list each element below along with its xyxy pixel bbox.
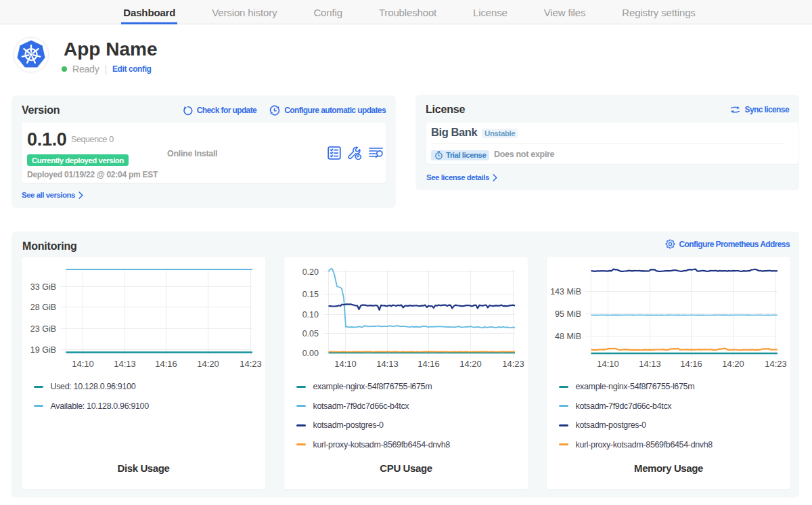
svg-text:14:20: 14:20	[459, 359, 482, 369]
svg-text:0.15: 0.15	[302, 290, 319, 299]
svg-text:0.00: 0.00	[302, 349, 319, 358]
svg-text:48 MiB: 48 MiB	[555, 332, 581, 341]
svg-text:14:20: 14:20	[722, 359, 744, 369]
svg-text:14:10: 14:10	[597, 359, 619, 369]
svg-text:14:16: 14:16	[680, 359, 702, 369]
svg-text:0.10: 0.10	[302, 310, 319, 320]
svg-text:28 GiB: 28 GiB	[30, 303, 56, 312]
svg-text:143 MiB: 143 MiB	[550, 287, 581, 297]
svg-text:14:10: 14:10	[72, 359, 94, 369]
svg-text:14:23: 14:23	[765, 359, 787, 369]
svg-text:23 GiB: 23 GiB	[30, 324, 56, 334]
svg-text:14:16: 14:16	[418, 359, 440, 369]
svg-text:14:23: 14:23	[502, 359, 524, 369]
svg-text:14:23: 14:23	[240, 359, 262, 369]
svg-text:95 MiB: 95 MiB	[555, 309, 581, 319]
svg-text:14:20: 14:20	[197, 359, 219, 369]
svg-text:14:16: 14:16	[155, 359, 177, 369]
svg-text:19 GiB: 19 GiB	[30, 345, 56, 355]
svg-text:14:10: 14:10	[334, 359, 357, 369]
svg-text:0.05: 0.05	[302, 329, 319, 338]
svg-text:33 GiB: 33 GiB	[30, 282, 56, 292]
svg-text:0.20: 0.20	[302, 267, 319, 277]
svg-text:14:13: 14:13	[114, 359, 136, 369]
svg-text:14:13: 14:13	[376, 359, 399, 369]
svg-text:14:13: 14:13	[639, 359, 661, 369]
